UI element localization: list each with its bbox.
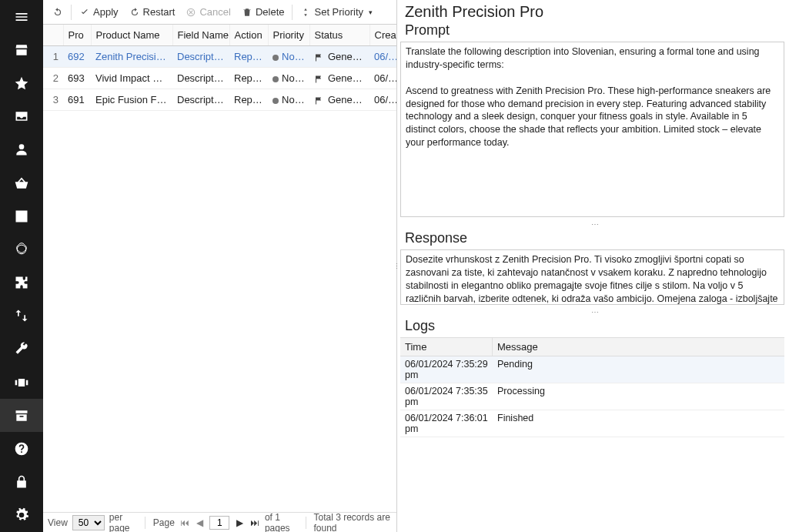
right-panel: Zenith Precision Pro Prompt Translate th…: [397, 0, 789, 532]
cell-field: Description...: [172, 89, 229, 111]
horizontal-splitter-1[interactable]: ⋯: [400, 220, 789, 229]
cell-product[interactable]: Vivid Impact Elite: [91, 68, 172, 89]
col-product[interactable]: Product Name: [91, 25, 172, 46]
log-message: Finished: [493, 410, 538, 437]
cancel-icon: [186, 7, 196, 18]
openai-icon: [14, 242, 29, 257]
carousel-icon: [14, 375, 29, 390]
col-priority[interactable]: Priority: [268, 25, 309, 46]
archive-button[interactable]: [0, 399, 43, 432]
puzzle-icon: [14, 275, 29, 290]
col-status[interactable]: Status: [309, 25, 369, 46]
total-label: Total 3 records are found: [314, 512, 393, 533]
cancel-button[interactable]: Cancel: [181, 4, 235, 20]
carousel-button[interactable]: [0, 366, 43, 399]
log-message: Processing: [493, 383, 550, 410]
priority-icon: [300, 7, 311, 18]
help-icon: [14, 441, 29, 457]
view-label: View: [48, 517, 68, 528]
cell-priority: Nor...: [268, 89, 309, 111]
flag-icon: [314, 53, 325, 62]
openai-button[interactable]: [0, 233, 43, 266]
store-icon: [14, 42, 29, 58]
restart-button[interactable]: Restart: [125, 4, 180, 20]
sync-icon: [14, 308, 29, 323]
page-last-button[interactable]: ⏭: [249, 516, 260, 530]
cell-idx: 3: [43, 89, 63, 111]
logs-header: Time Message: [400, 337, 784, 356]
archive-icon: [14, 408, 29, 423]
flag-icon: [314, 75, 325, 84]
logs-label: Logs: [400, 316, 789, 337]
prompt-label: Prompt: [400, 21, 789, 42]
star-button[interactable]: [0, 66, 43, 99]
prompt-textbox[interactable]: Translate the following description into…: [400, 42, 784, 217]
person-icon: [14, 142, 29, 157]
cell-product[interactable]: Zenith Precision ...: [91, 46, 172, 68]
horizontal-splitter-2[interactable]: ⋯: [400, 308, 789, 316]
refresh-button[interactable]: [48, 5, 68, 20]
inbox-icon: [14, 109, 29, 124]
gear-icon: [14, 507, 29, 523]
delete-button[interactable]: Delete: [237, 4, 289, 20]
apply-button[interactable]: Apply: [75, 4, 123, 20]
chart-icon: [14, 209, 29, 224]
set-priority-button[interactable]: Set Priority▾: [296, 4, 377, 20]
lock-icon: [14, 474, 29, 490]
log-row[interactable]: 06/01/2024 7:35:35 pmProcessing: [400, 383, 784, 410]
flag-icon: [314, 96, 325, 105]
page-first-button[interactable]: ⏮: [179, 516, 190, 530]
lock-button[interactable]: [0, 466, 43, 499]
log-message: Pending: [493, 356, 537, 383]
cell-priority: Nor...: [268, 46, 309, 68]
help-button[interactable]: [0, 432, 43, 465]
col-action[interactable]: Action: [229, 25, 268, 46]
logs-col-message[interactable]: Message: [493, 338, 543, 356]
table-row[interactable]: 2693Vivid Impact EliteDescription...Repl…: [43, 68, 396, 89]
cell-product[interactable]: Epic Fusion Flex: [91, 89, 172, 111]
check-icon: [79, 7, 90, 18]
grid[interactable]: Pro Product Name Field Name Action Prior…: [43, 25, 396, 111]
log-row[interactable]: 06/01/2024 7:35:29 pmPending: [400, 356, 784, 383]
cell-action: Replace: [229, 68, 268, 89]
vertical-splitter[interactable]: ⋮: [394, 0, 399, 532]
log-row[interactable]: 06/01/2024 7:36:01 pmFinished: [400, 410, 784, 437]
col-idx[interactable]: [43, 25, 63, 46]
main: Apply Restart Cancel Delete Set Priority…: [43, 0, 789, 532]
col-field[interactable]: Field Name: [172, 25, 229, 46]
response-textbox[interactable]: Dosezite vrhunskost z Zenith Precision P…: [400, 249, 784, 305]
logs-col-time[interactable]: Time: [400, 338, 493, 356]
basket-button[interactable]: [0, 166, 43, 199]
chart-button[interactable]: [0, 199, 43, 233]
cell-create: 06/01/...: [369, 89, 396, 111]
cell-idx: 2: [43, 68, 63, 89]
detail-title: Zenith Precision Pro: [400, 0, 789, 21]
col-pro[interactable]: Pro: [63, 25, 91, 46]
cell-status: Generated: [309, 46, 369, 68]
page-next-button[interactable]: ▶: [234, 516, 245, 530]
cell-pro: 692: [63, 46, 91, 68]
col-create[interactable]: Create: [369, 25, 396, 46]
page-input[interactable]: [209, 516, 229, 530]
cell-pro: 693: [63, 68, 91, 89]
table-row[interactable]: 1692Zenith Precision ...Description...Re…: [43, 46, 396, 68]
log-time: 06/01/2024 7:36:01 pm: [400, 410, 493, 437]
grid-header-row: Pro Product Name Field Name Action Prior…: [43, 25, 396, 46]
cell-pro: 691: [63, 89, 91, 111]
sidebar: [0, 0, 43, 532]
cell-priority: Nor...: [268, 68, 309, 89]
wrench-button[interactable]: [0, 333, 43, 366]
per-page-select[interactable]: 50: [72, 515, 105, 530]
sync-button[interactable]: [0, 299, 43, 333]
of-pages-label: of 1 pages: [265, 512, 298, 533]
gear-button[interactable]: [0, 499, 43, 532]
person-button[interactable]: [0, 133, 43, 166]
page-label: Page: [153, 517, 175, 528]
store-button[interactable]: [0, 33, 43, 66]
puzzle-button[interactable]: [0, 266, 43, 299]
inbox-button[interactable]: [0, 100, 43, 133]
menu-button[interactable]: [0, 0, 43, 33]
log-time: 06/01/2024 7:35:35 pm: [400, 383, 493, 410]
page-prev-button[interactable]: ◀: [195, 516, 206, 530]
table-row[interactable]: 3691Epic Fusion FlexDescription...Replac…: [43, 89, 396, 111]
